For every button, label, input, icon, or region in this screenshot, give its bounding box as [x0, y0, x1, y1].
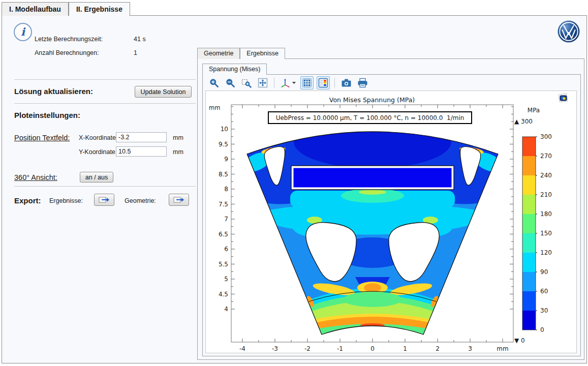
toolbar-separator [274, 78, 274, 88]
grid-toggle-button[interactable] [300, 76, 314, 89]
svg-text:2: 2 [436, 345, 440, 352]
svg-text:4: 4 [224, 306, 228, 313]
svg-text:6.5: 6.5 [219, 231, 228, 238]
x-coordinate-label: X-Koordinate: [79, 134, 117, 141]
tab-spannung-mises[interactable]: Spannung (Mises) [202, 64, 267, 75]
zoom-out-button[interactable] [224, 76, 237, 89]
svg-text:0: 0 [540, 326, 544, 333]
color-legend-icon [318, 78, 328, 88]
svg-text:-2: -2 [304, 345, 311, 352]
svg-text:8.5: 8.5 [219, 171, 228, 178]
plot-title: Von Mises Spannung (MPa) [329, 96, 415, 104]
export-results-button[interactable] [94, 194, 114, 206]
zoom-out-icon [225, 78, 235, 88]
vw-logo-icon [557, 20, 580, 43]
annotation-text: UebPress = 10.0000 µm, T = 100.000 °C, n… [276, 114, 465, 121]
svg-text:4.5: 4.5 [219, 291, 228, 298]
svg-text:5.5: 5.5 [219, 261, 228, 268]
y-coordinate-input[interactable] [116, 146, 167, 157]
view-orientation-button[interactable] [279, 76, 297, 89]
svg-text:30: 30 [540, 307, 548, 314]
export-geometry-label: Geometrie: [125, 197, 156, 204]
computation-count-value: 1 [134, 49, 137, 56]
axis-orientation-icon [280, 78, 296, 88]
export-icon [98, 196, 110, 204]
export-heading: Export: [14, 196, 41, 205]
stress-contour [236, 106, 511, 341]
divider [14, 79, 196, 80]
tab-ergebnisse[interactable]: II. Ergebnisse [69, 2, 130, 16]
plot-window-icon[interactable] [558, 93, 569, 103]
annotation-box: UebPress = 10.0000 µm, T = 100.000 °C, n… [268, 112, 472, 124]
grid-icon [302, 78, 312, 88]
x-unit-label: mm [173, 134, 183, 141]
snapshot-button[interactable] [339, 76, 353, 89]
view-360-heading: 360° Ansicht: [14, 173, 57, 181]
svg-text:150: 150 [540, 230, 552, 237]
svg-text:9.5: 9.5 [219, 141, 228, 148]
export-results-label: Ergebnisse: [49, 197, 83, 204]
colorbar: 0306090120150180210240270300MPa▲ 300▼ 0 [514, 107, 552, 344]
graphics-tab-strip: Geometrie Ergebnisse [197, 48, 285, 59]
svg-text:7: 7 [224, 216, 228, 223]
divider [14, 103, 196, 104]
plot-tab-strip: Spannung (Mises) [202, 64, 267, 75]
zoom-box-icon [241, 78, 252, 88]
svg-text:210: 210 [540, 191, 552, 198]
svg-text:120: 120 [540, 249, 552, 256]
printer-icon [357, 78, 368, 88]
svg-text:-3: -3 [272, 345, 278, 352]
svg-text:6: 6 [224, 246, 228, 253]
zoom-in-icon [209, 78, 219, 88]
update-solution-heading: Lösung aktualisieren: [14, 87, 93, 96]
last-computation-label: Letzte Berechnungszeit: [35, 36, 103, 43]
svg-text:-1: -1 [337, 345, 343, 352]
export-geometry-button[interactable] [169, 194, 189, 206]
toolbar-separator [334, 78, 335, 88]
export-icon [173, 196, 185, 204]
y-axis-unit: mm [209, 104, 220, 111]
zoom-box-button[interactable] [240, 76, 253, 89]
tab-geometrie[interactable]: Geometrie [197, 48, 240, 59]
svg-text:7.5: 7.5 [219, 201, 228, 208]
info-icon: i [14, 23, 32, 41]
computation-count-label: Anzahl Berechnungen: [35, 49, 99, 56]
zoom-extents-icon [258, 78, 268, 88]
svg-text:300: 300 [540, 133, 552, 140]
print-button[interactable] [356, 76, 369, 89]
svg-text:240: 240 [540, 172, 552, 179]
y-coordinate-label: Y-Koordinate: [79, 148, 117, 156]
camera-icon [341, 78, 352, 87]
update-solution-button[interactable]: Update Solution [135, 86, 192, 98]
svg-text:5: 5 [224, 276, 228, 283]
svg-text:60: 60 [540, 288, 548, 295]
svg-text:-4: -4 [239, 345, 245, 352]
svg-text:mm: mm [497, 345, 508, 352]
svg-text:90: 90 [540, 268, 548, 276]
svg-text:3: 3 [468, 345, 472, 352]
application-window: I. Modellaufbau II. Ergebnisse i Letzte … [0, 0, 588, 366]
svg-text:9: 9 [224, 156, 228, 163]
svg-text:180: 180 [540, 210, 552, 218]
zoom-extents-button[interactable] [256, 76, 269, 89]
svg-text:MPa: MPa [528, 107, 540, 114]
plot-canvas[interactable]: Von Mises Spannung (MPa) mm UebPress = 1… [205, 90, 577, 353]
divider [14, 186, 196, 187]
svg-text:10: 10 [221, 126, 228, 133]
zoom-in-button[interactable] [207, 76, 221, 89]
von-mises-plot: Von Mises Spannung (MPa) mm UebPress = 1… [206, 91, 576, 353]
view-360-toggle-button[interactable]: an / aus [80, 172, 113, 182]
svg-text:0: 0 [370, 345, 375, 352]
graphics-toolbar [207, 76, 369, 89]
magnet [294, 168, 452, 188]
svg-text:8: 8 [224, 186, 228, 193]
svg-text:1: 1 [403, 345, 407, 352]
svg-text:270: 270 [540, 152, 552, 160]
last-computation-value: 41 s [134, 36, 146, 43]
tab-ergebnisse-graphics[interactable]: Ergebnisse [240, 48, 285, 59]
plot-settings-heading: Ploteinstellungen: [14, 111, 80, 119]
color-legend-toggle-button[interactable] [317, 76, 330, 89]
x-coordinate-input[interactable] [116, 132, 167, 142]
svg-text:▲ 300: ▲ 300 [514, 118, 533, 125]
tab-modellaufbau[interactable]: I. Modellaufbau [2, 2, 69, 16]
